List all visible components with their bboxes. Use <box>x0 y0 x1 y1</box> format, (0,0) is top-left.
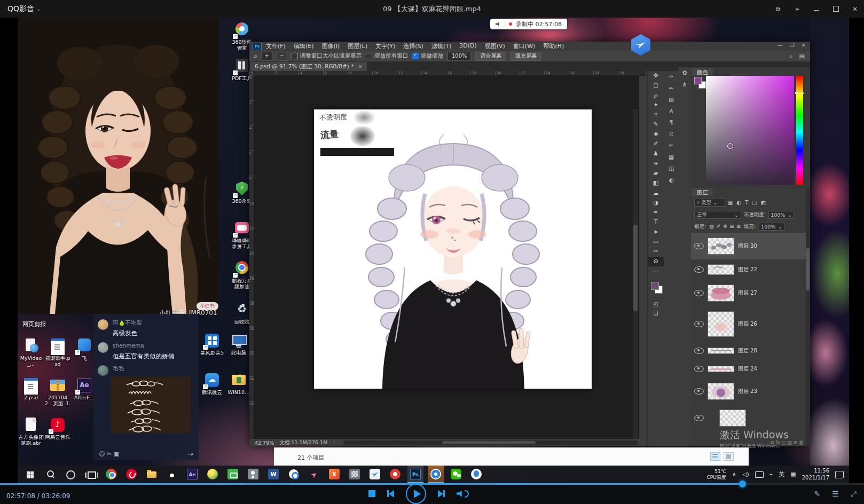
layer-row[interactable]: 图层 28 <box>691 342 810 360</box>
next-button[interactable] <box>438 490 445 498</box>
lock-pixels-icon[interactable]: ✐ <box>717 224 721 229</box>
menu-item[interactable]: 图层(L) <box>348 42 367 50</box>
panel-color-swatches[interactable] <box>694 77 707 90</box>
layer-thumbnail[interactable] <box>720 410 745 426</box>
photoshop-taskbar-icon[interactable]: Ps <box>407 466 423 483</box>
menu-item[interactable]: 文件(F) <box>266 42 286 50</box>
qq-player-taskbar-icon[interactable] <box>428 466 444 483</box>
navigator-panel-icon[interactable]: ✿ <box>678 67 691 79</box>
player-fullscreen-icon[interactable]: ⤢ <box>851 490 857 499</box>
layer-visibility-eye-icon[interactable] <box>694 266 704 273</box>
glyphs-panel-icon[interactable]: ℛ <box>665 129 677 140</box>
canvas-horizontal-scrollbar[interactable] <box>343 440 638 445</box>
brushes-panel-icon[interactable]: ✑ <box>665 71 677 83</box>
muted-speaker-icon[interactable] <box>496 22 501 26</box>
zoom-out-button[interactable]: − <box>277 52 287 61</box>
filter-pixel-layers-icon[interactable]: ▦ <box>728 200 733 206</box>
color-field[interactable] <box>706 76 794 185</box>
desktop-icon-webclip[interactable]: 网页剪报 <box>22 320 46 328</box>
fit-screen-button[interactable]: 适合屏幕 <box>475 52 506 61</box>
pen-tool[interactable]: ✒ <box>648 208 664 217</box>
layer-visibility-eye-icon[interactable] <box>694 366 704 372</box>
grid-panel-icon[interactable]: ▦ <box>665 152 677 163</box>
desktop-icon-this-pc[interactable]: ↗ 此电脑 <box>225 332 252 372</box>
desktop-icon-win10-folder[interactable]: ↗ WIN10… <box>225 372 252 411</box>
type-tool[interactable]: T <box>648 217 664 227</box>
desktop-icon-myvideo[interactable]: ↗ MyVideo_… <box>18 337 44 377</box>
panels-scrollbar[interactable] <box>806 188 810 446</box>
layer-thumbnail[interactable] <box>708 238 734 254</box>
menu-item[interactable]: 滤镜(T) <box>431 42 451 50</box>
opacity-value[interactable]: 100%⌄ <box>768 211 794 219</box>
clone-source-panel-icon[interactable]: ▤ <box>665 94 677 106</box>
ime-indicator[interactable]: 英 <box>779 470 784 478</box>
zoom-all-windows-checkbox[interactable]: 缩放所有窗口 <box>366 52 408 60</box>
color-panel-tab[interactable]: 颜色 <box>692 68 713 76</box>
screen-mode-icons[interactable]: ◰❏ <box>648 300 664 318</box>
healing-brush-tool[interactable]: ✚ <box>648 130 664 139</box>
chat-input-row[interactable]: ☺ ✂ ▣ → <box>93 447 199 460</box>
menu-item[interactable]: 视图(V) <box>485 42 505 50</box>
avatar[interactable] <box>98 342 108 353</box>
search-button[interactable] <box>42 466 58 483</box>
blend-mode-dropdown[interactable]: 正常⌄ <box>694 211 741 219</box>
layer-thumbnail[interactable] <box>708 383 734 399</box>
avatar[interactable] <box>98 365 108 376</box>
layer-name[interactable]: 图层 27 <box>738 289 757 297</box>
resize-windows-checkbox[interactable]: 调整窗口大小以满屏显示 <box>292 52 362 60</box>
layers-panel-tab[interactable]: 图层 <box>692 188 713 196</box>
layer-thumbnail[interactable] <box>708 312 734 336</box>
previous-button[interactable] <box>387 490 394 498</box>
recording-indicator[interactable]: 录制中 02:57:08 <box>490 19 567 29</box>
action-center-icon[interactable] <box>835 471 844 478</box>
app-menu[interactable]: QQ影音 ⌄ <box>7 4 41 14</box>
menu-item[interactable]: 文字(Y) <box>375 42 395 50</box>
send-arrow-icon[interactable]: → <box>187 450 193 458</box>
layer-name[interactable]: 图层 22 <box>738 266 757 273</box>
dodge-tool[interactable]: ◑ <box>648 198 664 208</box>
tray-link-icon[interactable]: ⌁ <box>769 471 773 478</box>
paragraph-panel-icon[interactable]: ¶ <box>665 117 677 129</box>
fill-screen-button[interactable]: 填充屏幕 <box>510 52 541 61</box>
qq-taskbar-icon[interactable] <box>164 466 180 483</box>
maximize-button[interactable] <box>830 4 842 14</box>
layer-name[interactable]: 图层 30 <box>738 242 757 250</box>
desktop-icon-zip[interactable]: ↗ 2017042…页面_1.zip <box>44 377 71 416</box>
timeline-panel-icon[interactable]: ◫ <box>665 163 677 175</box>
layer-row[interactable]: 图层 22 <box>691 259 810 280</box>
chat-toolbar-icons[interactable]: ☺ ✂ ▣ <box>99 451 119 458</box>
artwork-canvas[interactable]: 不透明度 流量 <box>314 109 592 389</box>
menu-item[interactable]: 图像(I) <box>321 42 340 50</box>
layer-row[interactable]: 图层 26 <box>691 306 810 342</box>
menu-item[interactable]: 3D(D) <box>459 42 477 50</box>
layer-name[interactable]: 图层 23 <box>738 388 757 395</box>
pixel-app-taskbar-icon[interactable] <box>347 466 363 483</box>
crop-tool[interactable]: ⌗ <box>648 110 664 120</box>
close-button[interactable]: ✕ <box>849 4 861 14</box>
layer-name[interactable]: 图层 24 <box>738 365 757 373</box>
info-panel-icon[interactable]: ⋔ <box>678 79 691 91</box>
layer-thumbnail[interactable] <box>708 265 734 274</box>
workspace-icon[interactable]: ▤ <box>799 53 805 60</box>
character-panel-icon[interactable]: A <box>665 106 677 117</box>
layer-row[interactable]: 图层 23 <box>691 378 810 405</box>
history-brush-tool[interactable]: ❧ <box>648 159 664 169</box>
lock-artboard-icon[interactable]: ⊞ <box>730 224 734 229</box>
touch-keyboard-icon[interactable]: ▦ <box>790 471 796 478</box>
desktop-icon-brush-abr[interactable]: ↗ 古方头像团笔刷.abr <box>18 416 44 456</box>
gray-app-taskbar-icon[interactable] <box>245 466 261 483</box>
avatar[interactable] <box>98 319 108 330</box>
marquee-tool[interactable]: ◻ <box>648 81 664 90</box>
document-tab[interactable]: 6.psd @ 91.7% (图层 30, RGB/8#) * × <box>250 62 367 71</box>
lock-all-icon[interactable]: ⊠ <box>736 224 741 229</box>
shape-tool[interactable]: ▭ <box>648 237 664 247</box>
explorer-thumbnail-view-icon[interactable] <box>724 452 734 461</box>
tray-clock[interactable]: 11:56 2021/1/17 <box>802 468 829 481</box>
lock-position-icon[interactable]: ✥ <box>723 224 727 229</box>
canvas-area[interactable]: 不透明度 流量 <box>254 75 639 439</box>
magic-wand-tool[interactable]: ✦ <box>648 100 664 110</box>
layer-row[interactable]: 图层 24 <box>691 360 810 378</box>
zoom-percent-field[interactable]: 100% <box>447 52 471 60</box>
seek-handle[interactable] <box>739 481 746 487</box>
screenshot-icon[interactable]: ⧉ <box>772 4 784 14</box>
